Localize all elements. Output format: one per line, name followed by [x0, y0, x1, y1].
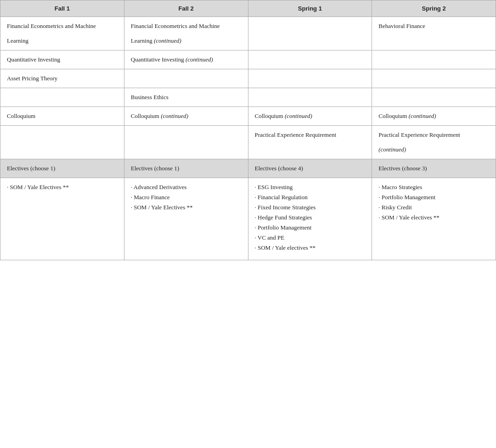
list-item: Macro Strategies	[378, 184, 489, 191]
content-cell-r1-c0: Quantitative Investing	[0, 50, 124, 69]
content-cell-r3-c0	[0, 88, 124, 107]
electives-header-cell-0: Electives (choose 1)	[0, 159, 124, 178]
content-cell-r5-c1	[124, 126, 248, 159]
content-cell-r4-c0: Colloquium	[0, 107, 124, 126]
electives-cell-0: SOM / Yale Electives **	[0, 178, 124, 260]
content-cell-r5-c3: Practical Experience Requirement(continu…	[372, 126, 496, 159]
electives-header-cell-1: Electives (choose 1)	[124, 159, 248, 178]
content-cell-r3-c1: Business Ethics	[124, 88, 248, 107]
electives-header-cell-2: Electives (choose 4)	[248, 159, 372, 178]
content-cell-r2-c1	[124, 69, 248, 88]
electives-cell-3: Macro StrategiesPortfolio ManagementRisk…	[372, 178, 496, 260]
list-item: Hedge Fund Strategies	[255, 214, 366, 221]
table-row: Electives (choose 1)Electives (choose 1)…	[0, 159, 496, 178]
table-row: Asset Pricing Theory	[0, 69, 496, 88]
table-row: Financial Econometrics and MachineLearni…	[0, 17, 496, 50]
content-cell-r0-c3: Behavioral Finance	[372, 17, 496, 50]
electives-cell-2: ESG InvestingFinancial RegulationFixed I…	[248, 178, 372, 260]
content-cell-r0-c2	[248, 17, 372, 50]
list-item: Macro Finance	[131, 194, 242, 201]
list-item: Portfolio Management	[378, 194, 489, 201]
content-cell-r1-c1: Quantitative Investing (continued)	[124, 50, 248, 69]
list-item: Financial Regulation	[255, 194, 366, 201]
column-header-fall-2: Fall 2	[124, 0, 248, 17]
electives-header-cell-3: Electives (choose 3)	[372, 159, 496, 178]
content-cell-r3-c2	[248, 88, 372, 107]
content-cell-r4-c2: Colloquium (continued)	[248, 107, 372, 126]
electives-cell-1: Advanced DerivativesMacro FinanceSOM / Y…	[124, 178, 248, 260]
content-cell-r3-c3	[372, 88, 496, 107]
list-item: Portfolio Management	[255, 224, 366, 231]
column-header-spring-2: Spring 2	[372, 0, 496, 17]
content-cell-r5-c0	[0, 126, 124, 159]
table-row: Quantitative InvestingQuantitative Inves…	[0, 50, 496, 69]
list-item: ESG Investing	[255, 184, 366, 191]
table-row: ColloquiumColloquium (continued)Colloqui…	[0, 107, 496, 126]
list-item: SOM / Yale electives **	[378, 214, 489, 221]
table-row: SOM / Yale Electives **Advanced Derivati…	[0, 178, 496, 260]
curriculum-table: Fall 1Fall 2Spring 1Spring 2 Financial E…	[0, 0, 496, 260]
list-item: SOM / Yale electives **	[255, 244, 366, 252]
list-item: Risky Credit	[378, 204, 489, 211]
content-cell-r1-c3	[372, 50, 496, 69]
content-cell-r4-c1: Colloquium (continued)	[124, 107, 248, 126]
table-row: Business Ethics	[0, 88, 496, 107]
content-cell-r2-c0: Asset Pricing Theory	[0, 69, 124, 88]
content-cell-r1-c2	[248, 50, 372, 69]
list-item: Fixed Income Strategies	[255, 204, 366, 211]
content-cell-r4-c3: Colloquium (continued)	[372, 107, 496, 126]
column-header-fall-1: Fall 1	[0, 0, 124, 17]
content-cell-r2-c3	[372, 69, 496, 88]
column-header-spring-1: Spring 1	[248, 0, 372, 17]
content-cell-r0-c1: Financial Econometrics and MachineLearni…	[124, 17, 248, 50]
list-item: Advanced Derivatives	[131, 184, 242, 191]
list-item: SOM / Yale Electives **	[131, 204, 242, 211]
content-cell-r2-c2	[248, 69, 372, 88]
list-item: SOM / Yale Electives **	[7, 184, 118, 191]
content-cell-r0-c0: Financial Econometrics and MachineLearni…	[0, 17, 124, 50]
list-item: VC and PE	[255, 234, 366, 241]
content-cell-r5-c2: Practical Experience Requirement	[248, 126, 372, 159]
table-row: Practical Experience RequirementPractica…	[0, 126, 496, 159]
